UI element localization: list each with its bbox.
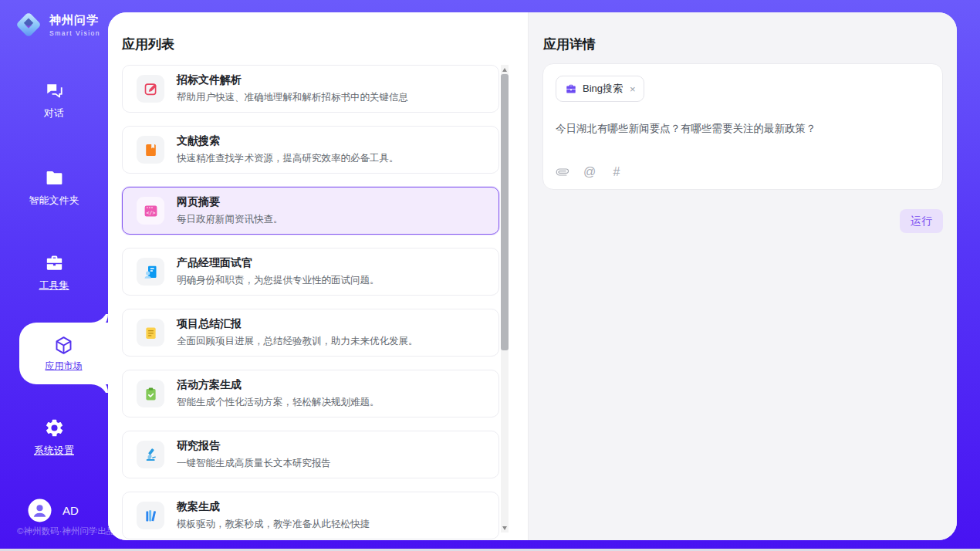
briefcase-icon <box>565 83 577 95</box>
user-menu[interactable]: AD <box>28 499 79 522</box>
app-detail-title: 应用详情 <box>543 35 596 53</box>
prompt-card: Bing搜索 × 今日湖北有哪些新闻要点？有哪些需要关注的最新政策？ @# <box>542 63 943 190</box>
app-card-name: 文献搜索 <box>177 134 399 148</box>
note-icon <box>137 319 164 346</box>
resume-person-icon <box>137 258 164 286</box>
app-card-name: 网页摘要 <box>177 195 283 209</box>
app-card[interactable]: 研究报告 一键智能生成高质量长文本研究报告 <box>122 431 499 478</box>
pen-square-icon <box>137 75 164 103</box>
chat-icon <box>44 80 65 101</box>
sidebar-item-toolbox[interactable]: 工具集 <box>0 252 108 292</box>
sidebar: 神州问学 Smart Vision 对话 智能文件夹 工具集 应用市场 系统设置… <box>0 0 108 551</box>
run-button[interactable]: 运行 <box>900 209 943 233</box>
scrollbar-track[interactable] <box>501 65 509 532</box>
app-card[interactable]: 招标文件解析 帮助用户快速、准确地理解和解析招标书中的关键信息 <box>122 65 499 113</box>
scroll-down-arrow-icon[interactable] <box>501 523 509 532</box>
scroll-up-arrow-icon[interactable] <box>501 65 509 74</box>
app-detail-pane: 应用详情 Bing搜索 × 今日湖北有哪些新闻要点？有哪些需要关注的最新政策？ … <box>528 12 957 540</box>
clipboard-check-icon <box>137 380 164 407</box>
copyright-footer: ©神州数码·神州问学出品 <box>17 526 115 537</box>
app-card[interactable]: 教案生成 模板驱动，教案秒成，教学准备从此轻松快捷 <box>122 492 499 539</box>
app-card-desc: 模板驱动，教案秒成，教学准备从此轻松快捷 <box>177 518 370 531</box>
app-card[interactable]: 文献搜索 快速精准查找学术资源，提高研究效率的必备工具。 <box>122 126 499 174</box>
sidebar-item-chat[interactable]: 对话 <box>0 80 108 120</box>
sidebar-item-label: 工具集 <box>39 279 69 292</box>
at-icon[interactable]: @ <box>583 165 596 179</box>
input-toolbar: @# <box>556 165 930 179</box>
microscope-icon <box>137 441 164 468</box>
app-card[interactable]: </> 网页摘要 每日政府新闻资讯快查。 <box>122 187 499 235</box>
svg-text:</>: </> <box>146 209 155 215</box>
app-card[interactable]: 产品经理面试官 明确身份和职责，为您提供专业性的面试问题。 <box>122 248 499 296</box>
app-card-desc: 每日政府新闻资讯快查。 <box>177 213 283 226</box>
app-list: 招标文件解析 帮助用户快速、准确地理解和解析招标书中的关键信息 文献搜索 快速精… <box>122 65 499 540</box>
sidebar-item-label: 对话 <box>44 106 64 120</box>
app-card-desc: 智能生成个性化活动方案，轻松解决规划难题。 <box>177 396 380 409</box>
gem-logo-icon <box>14 10 43 39</box>
tool-tag-bing-search[interactable]: Bing搜索 × <box>556 76 644 102</box>
sidebar-item-label: 应用市场 <box>46 360 83 373</box>
brand-tagline: Smart Vision <box>49 29 100 37</box>
tool-tag-label: Bing搜索 <box>583 82 623 96</box>
folder-icon <box>44 167 65 188</box>
sidebar-item-cube[interactable]: 应用市场 <box>19 323 108 384</box>
app-card-name: 活动方案生成 <box>177 378 380 392</box>
app-card-name: 项目总结汇报 <box>177 317 418 331</box>
app-card[interactable]: 活动方案生成 智能生成个性化活动方案，轻松解决规划难题。 <box>122 370 499 417</box>
app-card-name: 教案生成 <box>177 500 370 514</box>
brand-logo: 神州问学 Smart Vision <box>14 10 100 39</box>
app-list-title: 应用列表 <box>122 35 174 53</box>
scrollbar-thumb[interactable] <box>501 74 509 350</box>
hash-icon[interactable]: # <box>610 165 623 179</box>
sidebar-item-label: 系统设置 <box>34 444 74 458</box>
brand-name: 神州问学 <box>49 13 100 28</box>
books-icon <box>137 502 164 529</box>
sidebar-item-gear[interactable]: 系统设置 <box>0 417 108 458</box>
sidebar-item-label: 智能文件夹 <box>29 194 79 208</box>
app-card-name: 产品经理面试官 <box>177 256 380 270</box>
app-card-desc: 全面回顾项目进展，总结经验教训，助力未来优化发展。 <box>177 335 418 348</box>
app-card-desc: 快速精准查找学术资源，提高研究效率的必备工具。 <box>177 152 399 165</box>
cube-icon <box>53 335 74 356</box>
app-card[interactable]: 项目总结汇报 全面回顾项目进展，总结经验教训，助力未来优化发展。 <box>122 309 499 357</box>
app-card-desc: 帮助用户快速、准确地理解和解析招标书中的关键信息 <box>177 91 408 104</box>
app-card-desc: 一键智能生成高质量长文本研究报告 <box>177 457 331 470</box>
toolbox-icon <box>44 252 65 273</box>
user-name: AD <box>63 504 79 517</box>
app-card-desc: 明确身份和职责，为您提供专业性的面试问题。 <box>177 274 380 287</box>
browser-code-icon: </> <box>137 197 164 225</box>
main-content: 应用列表 招标文件解析 帮助用户快速、准确地理解和解析招标书中的关键信息 文献搜… <box>108 12 957 540</box>
tag-close-icon[interactable]: × <box>630 84 636 94</box>
prompt-input[interactable]: 今日湖北有哪些新闻要点？有哪些需要关注的最新政策？ <box>556 121 930 137</box>
user-avatar-icon <box>28 499 52 522</box>
book-icon <box>137 136 164 164</box>
paperclip-icon[interactable] <box>556 165 569 179</box>
app-list-pane: 应用列表 招标文件解析 帮助用户快速、准确地理解和解析招标书中的关键信息 文献搜… <box>108 12 528 540</box>
sidebar-item-folder[interactable]: 智能文件夹 <box>0 167 108 208</box>
app-card-name: 研究报告 <box>177 439 331 453</box>
gear-icon <box>44 417 65 438</box>
app-card-name: 招标文件解析 <box>177 73 408 87</box>
